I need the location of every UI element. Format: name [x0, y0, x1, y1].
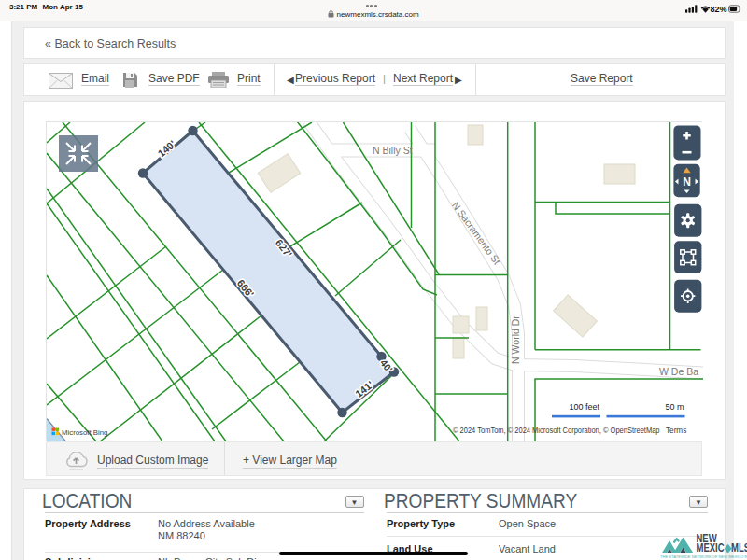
svg-text:50 m: 50 m	[665, 402, 684, 412]
svg-text:Microsoft Bing: Microsoft Bing	[62, 428, 107, 437]
svg-text:Terms: Terms	[666, 427, 686, 435]
svg-text:82%: 82%	[711, 5, 727, 14]
svg-text:W De Ba: W De Ba	[659, 366, 698, 377]
svg-text:100 feet: 100 feet	[569, 402, 599, 412]
svg-text:THE STATEWIDE NETWORK OF NEW M: THE STATEWIDE NETWORK OF NEW MEXICO REAL…	[660, 554, 747, 559]
svg-text:N Billy St: N Billy St	[373, 145, 413, 156]
svg-text:N World Dr: N World Dr	[510, 315, 521, 364]
svg-text:N: N	[683, 175, 691, 189]
svg-text:© 2024 TomTom, © 2024 Microsof: © 2024 TomTom, © 2024 Microsoft Corporat…	[453, 427, 660, 435]
svg-text:MEXIC◆MLS: MEXIC◆MLS	[697, 541, 747, 553]
